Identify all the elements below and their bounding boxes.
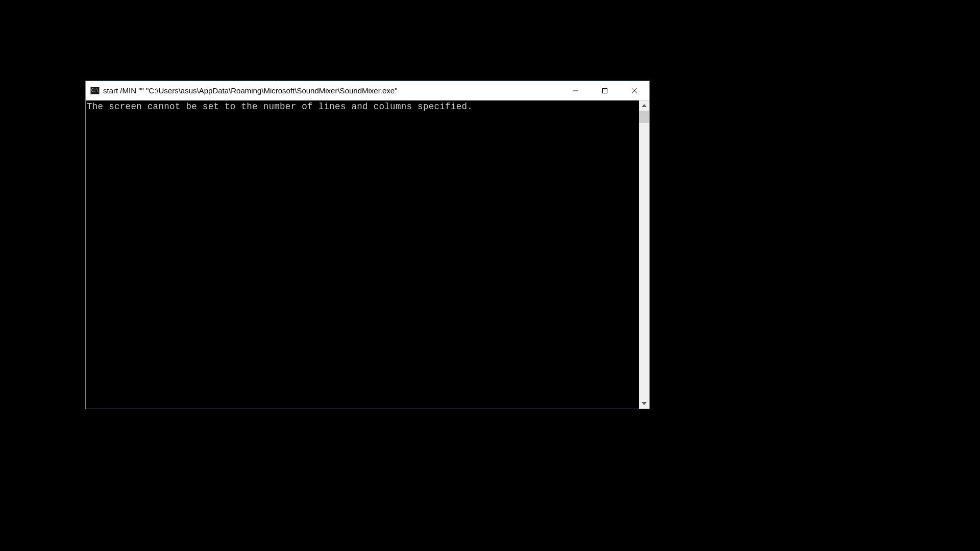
cmd-icon-label: C:\ bbox=[91, 88, 99, 93]
titlebar[interactable]: C:\ start /MIN "" "C:\Users\asus\AppData… bbox=[86, 81, 649, 100]
terminal-output-area[interactable]: The screen cannot be set to the number o… bbox=[86, 101, 639, 409]
svg-rect-1 bbox=[603, 88, 607, 93]
close-button[interactable] bbox=[620, 81, 649, 100]
maximize-icon bbox=[602, 88, 608, 94]
scroll-track[interactable] bbox=[639, 111, 649, 398]
terminal-line: The screen cannot be set to the number o… bbox=[87, 102, 638, 112]
window-title: start /MIN "" "C:\Users\asus\AppData\Roa… bbox=[103, 86, 560, 95]
vertical-scrollbar[interactable] bbox=[639, 101, 649, 409]
command-prompt-window: C:\ start /MIN "" "C:\Users\asus\AppData… bbox=[85, 81, 650, 409]
content-wrapper: The screen cannot be set to the number o… bbox=[86, 100, 649, 409]
scroll-down-arrow-icon[interactable] bbox=[639, 398, 649, 409]
close-icon bbox=[631, 88, 638, 94]
scroll-thumb[interactable] bbox=[639, 111, 649, 123]
minimize-icon bbox=[572, 88, 578, 94]
window-controls bbox=[560, 81, 649, 100]
minimize-button[interactable] bbox=[560, 81, 590, 100]
maximize-button[interactable] bbox=[590, 81, 620, 100]
cmd-icon: C:\ bbox=[90, 87, 100, 94]
scroll-up-arrow-icon[interactable] bbox=[639, 101, 649, 111]
